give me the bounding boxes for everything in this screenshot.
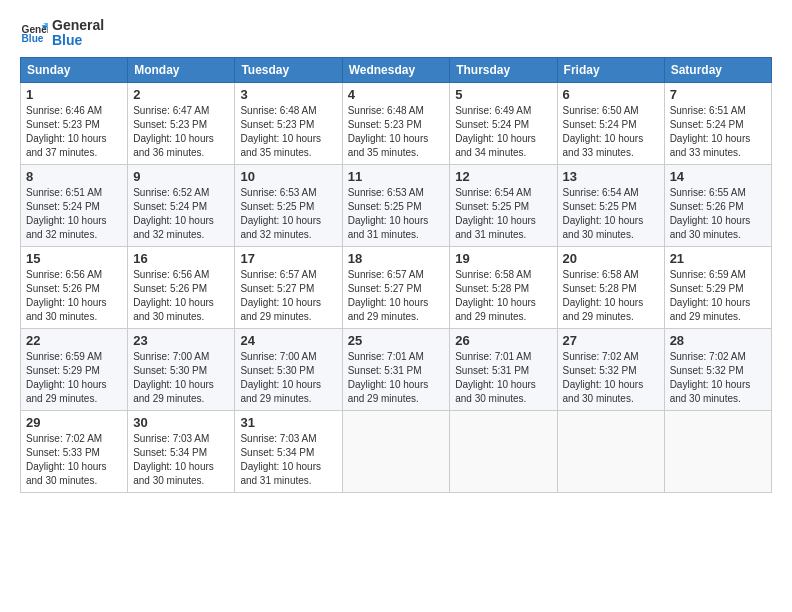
table-row [557, 410, 664, 492]
day-info: Sunrise: 6:54 AMSunset: 5:25 PMDaylight:… [563, 186, 659, 242]
day-number: 7 [670, 87, 766, 102]
table-row: 11Sunrise: 6:53 AMSunset: 5:25 PMDayligh… [342, 164, 450, 246]
table-row: 13Sunrise: 6:54 AMSunset: 5:25 PMDayligh… [557, 164, 664, 246]
day-number: 31 [240, 415, 336, 430]
day-number: 13 [563, 169, 659, 184]
calendar-week-1: 8Sunrise: 6:51 AMSunset: 5:24 PMDaylight… [21, 164, 772, 246]
calendar-table: SundayMondayTuesdayWednesdayThursdayFrid… [20, 57, 772, 493]
day-info: Sunrise: 6:53 AMSunset: 5:25 PMDaylight:… [240, 186, 336, 242]
logo-text-blue: Blue [52, 33, 104, 48]
day-info: Sunrise: 6:52 AMSunset: 5:24 PMDaylight:… [133, 186, 229, 242]
day-info: Sunrise: 6:55 AMSunset: 5:26 PMDaylight:… [670, 186, 766, 242]
day-info: Sunrise: 6:54 AMSunset: 5:25 PMDaylight:… [455, 186, 551, 242]
day-info: Sunrise: 6:48 AMSunset: 5:23 PMDaylight:… [240, 104, 336, 160]
table-row: 8Sunrise: 6:51 AMSunset: 5:24 PMDaylight… [21, 164, 128, 246]
logo-icon: General Blue [20, 19, 48, 47]
day-info: Sunrise: 6:58 AMSunset: 5:28 PMDaylight:… [455, 268, 551, 324]
day-info: Sunrise: 6:50 AMSunset: 5:24 PMDaylight:… [563, 104, 659, 160]
day-number: 23 [133, 333, 229, 348]
day-info: Sunrise: 6:46 AMSunset: 5:23 PMDaylight:… [26, 104, 122, 160]
day-info: Sunrise: 6:51 AMSunset: 5:24 PMDaylight:… [670, 104, 766, 160]
logo-text-general: General [52, 18, 104, 33]
table-row: 22Sunrise: 6:59 AMSunset: 5:29 PMDayligh… [21, 328, 128, 410]
table-row: 10Sunrise: 6:53 AMSunset: 5:25 PMDayligh… [235, 164, 342, 246]
day-info: Sunrise: 7:03 AMSunset: 5:34 PMDaylight:… [240, 432, 336, 488]
table-row: 7Sunrise: 6:51 AMSunset: 5:24 PMDaylight… [664, 82, 771, 164]
table-row: 19Sunrise: 6:58 AMSunset: 5:28 PMDayligh… [450, 246, 557, 328]
day-info: Sunrise: 7:00 AMSunset: 5:30 PMDaylight:… [240, 350, 336, 406]
table-row: 25Sunrise: 7:01 AMSunset: 5:31 PMDayligh… [342, 328, 450, 410]
day-info: Sunrise: 6:47 AMSunset: 5:23 PMDaylight:… [133, 104, 229, 160]
day-number: 22 [26, 333, 122, 348]
day-info: Sunrise: 6:56 AMSunset: 5:26 PMDaylight:… [133, 268, 229, 324]
day-number: 29 [26, 415, 122, 430]
day-number: 14 [670, 169, 766, 184]
day-number: 12 [455, 169, 551, 184]
day-number: 11 [348, 169, 445, 184]
day-info: Sunrise: 6:59 AMSunset: 5:29 PMDaylight:… [670, 268, 766, 324]
table-row: 16Sunrise: 6:56 AMSunset: 5:26 PMDayligh… [128, 246, 235, 328]
day-number: 9 [133, 169, 229, 184]
table-row: 4Sunrise: 6:48 AMSunset: 5:23 PMDaylight… [342, 82, 450, 164]
table-row: 29Sunrise: 7:02 AMSunset: 5:33 PMDayligh… [21, 410, 128, 492]
table-row: 27Sunrise: 7:02 AMSunset: 5:32 PMDayligh… [557, 328, 664, 410]
weekday-header-sunday: Sunday [21, 57, 128, 82]
day-info: Sunrise: 6:56 AMSunset: 5:26 PMDaylight:… [26, 268, 122, 324]
day-number: 28 [670, 333, 766, 348]
table-row: 12Sunrise: 6:54 AMSunset: 5:25 PMDayligh… [450, 164, 557, 246]
day-info: Sunrise: 6:59 AMSunset: 5:29 PMDaylight:… [26, 350, 122, 406]
table-row [450, 410, 557, 492]
table-row: 20Sunrise: 6:58 AMSunset: 5:28 PMDayligh… [557, 246, 664, 328]
day-info: Sunrise: 6:58 AMSunset: 5:28 PMDaylight:… [563, 268, 659, 324]
table-row: 21Sunrise: 6:59 AMSunset: 5:29 PMDayligh… [664, 246, 771, 328]
day-number: 16 [133, 251, 229, 266]
day-number: 21 [670, 251, 766, 266]
day-number: 17 [240, 251, 336, 266]
calendar-week-0: 1Sunrise: 6:46 AMSunset: 5:23 PMDaylight… [21, 82, 772, 164]
calendar-week-3: 22Sunrise: 6:59 AMSunset: 5:29 PMDayligh… [21, 328, 772, 410]
day-info: Sunrise: 7:02 AMSunset: 5:32 PMDaylight:… [670, 350, 766, 406]
day-info: Sunrise: 7:03 AMSunset: 5:34 PMDaylight:… [133, 432, 229, 488]
day-info: Sunrise: 7:00 AMSunset: 5:30 PMDaylight:… [133, 350, 229, 406]
day-info: Sunrise: 6:57 AMSunset: 5:27 PMDaylight:… [240, 268, 336, 324]
table-row: 1Sunrise: 6:46 AMSunset: 5:23 PMDaylight… [21, 82, 128, 164]
weekday-header-monday: Monday [128, 57, 235, 82]
day-info: Sunrise: 6:53 AMSunset: 5:25 PMDaylight:… [348, 186, 445, 242]
day-info: Sunrise: 7:02 AMSunset: 5:33 PMDaylight:… [26, 432, 122, 488]
table-row [342, 410, 450, 492]
day-number: 26 [455, 333, 551, 348]
logo: General Blue General Blue [20, 18, 104, 49]
day-number: 6 [563, 87, 659, 102]
day-number: 4 [348, 87, 445, 102]
day-number: 2 [133, 87, 229, 102]
day-info: Sunrise: 6:51 AMSunset: 5:24 PMDaylight:… [26, 186, 122, 242]
page-container: General Blue General Blue SundayMondayTu… [0, 0, 792, 503]
day-info: Sunrise: 7:01 AMSunset: 5:31 PMDaylight:… [455, 350, 551, 406]
weekday-header-saturday: Saturday [664, 57, 771, 82]
table-row: 6Sunrise: 6:50 AMSunset: 5:24 PMDaylight… [557, 82, 664, 164]
table-row: 9Sunrise: 6:52 AMSunset: 5:24 PMDaylight… [128, 164, 235, 246]
day-number: 25 [348, 333, 445, 348]
day-info: Sunrise: 7:01 AMSunset: 5:31 PMDaylight:… [348, 350, 445, 406]
day-info: Sunrise: 7:02 AMSunset: 5:32 PMDaylight:… [563, 350, 659, 406]
weekday-header-tuesday: Tuesday [235, 57, 342, 82]
table-row: 2Sunrise: 6:47 AMSunset: 5:23 PMDaylight… [128, 82, 235, 164]
table-row: 14Sunrise: 6:55 AMSunset: 5:26 PMDayligh… [664, 164, 771, 246]
day-number: 3 [240, 87, 336, 102]
table-row: 26Sunrise: 7:01 AMSunset: 5:31 PMDayligh… [450, 328, 557, 410]
table-row: 28Sunrise: 7:02 AMSunset: 5:32 PMDayligh… [664, 328, 771, 410]
weekday-header-thursday: Thursday [450, 57, 557, 82]
day-number: 30 [133, 415, 229, 430]
weekday-header-row: SundayMondayTuesdayWednesdayThursdayFrid… [21, 57, 772, 82]
day-number: 5 [455, 87, 551, 102]
day-number: 24 [240, 333, 336, 348]
table-row: 17Sunrise: 6:57 AMSunset: 5:27 PMDayligh… [235, 246, 342, 328]
table-row: 24Sunrise: 7:00 AMSunset: 5:30 PMDayligh… [235, 328, 342, 410]
day-number: 27 [563, 333, 659, 348]
day-number: 10 [240, 169, 336, 184]
calendar-week-2: 15Sunrise: 6:56 AMSunset: 5:26 PMDayligh… [21, 246, 772, 328]
day-number: 15 [26, 251, 122, 266]
weekday-header-friday: Friday [557, 57, 664, 82]
day-number: 18 [348, 251, 445, 266]
table-row: 5Sunrise: 6:49 AMSunset: 5:24 PMDaylight… [450, 82, 557, 164]
